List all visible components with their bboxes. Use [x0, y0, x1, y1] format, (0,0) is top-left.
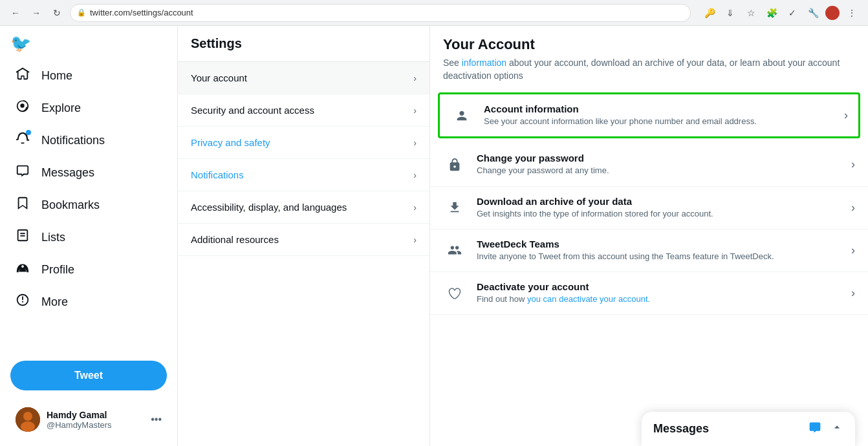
settings-item-privacy[interactable]: Privacy and safety ›	[178, 127, 429, 159]
deactivate-title: Deactivate your account	[477, 281, 841, 292]
profile-avatar-browser[interactable]	[825, 6, 840, 20]
content-subtitle: See information about your account, down…	[443, 57, 855, 82]
sidebar-item-notifications[interactable]: Notifications	[5, 125, 172, 156]
svg-point-1	[23, 412, 32, 421]
chevron-right-account-info: ›	[844, 109, 848, 122]
url-text: twitter.com/settings/account	[90, 8, 193, 17]
settings-title: Settings	[191, 36, 242, 50]
forward-button[interactable]: →	[28, 5, 44, 21]
chevron-right-icon-3: ›	[413, 170, 417, 180]
content-item-change-password[interactable]: Change your password Change your passwor…	[430, 143, 868, 186]
sidebar-item-lists[interactable]: Lists	[5, 222, 172, 253]
heart-broken-icon	[443, 282, 466, 305]
reload-button[interactable]: ↻	[49, 5, 65, 21]
browser-bar: ← → ↻ 🔒 twitter.com/settings/account 🔑 ⇓…	[0, 0, 868, 26]
avatar	[16, 407, 40, 432]
sidebar-item-more[interactable]: More	[5, 286, 172, 317]
key-icon[interactable]: 🔑	[701, 5, 718, 21]
back-button[interactable]: ←	[8, 5, 23, 21]
settings-item-security-label: Security and account access	[191, 105, 314, 116]
chevron-right-icon-0: ›	[413, 73, 417, 83]
home-label: Home	[41, 69, 72, 83]
download-browser-icon[interactable]: ⇓	[722, 5, 739, 21]
sidebar-item-home[interactable]: Home	[5, 60, 172, 91]
chevron-right-change-password: ›	[851, 158, 855, 171]
content-item-download-archive[interactable]: Download an archive of your data Get ins…	[430, 187, 868, 229]
sidebar-item-bookmarks[interactable]: Bookmarks	[5, 189, 172, 220]
messages-popup-label: Messages	[653, 422, 709, 436]
people-icon	[443, 239, 466, 262]
content-title: Your Account	[443, 36, 855, 53]
settings-item-accessibility-label: Accessibility, display, and languages	[191, 202, 347, 213]
sidebar-item-profile[interactable]: Profile	[5, 254, 172, 285]
settings-item-additional[interactable]: Additional resources ›	[178, 224, 429, 256]
settings-item-security[interactable]: Security and account access ›	[178, 94, 429, 127]
chevron-right-download: ›	[851, 201, 855, 215]
notification-dot	[26, 130, 31, 135]
lock-icon	[443, 153, 466, 176]
bird-icon: 🐦	[10, 34, 31, 53]
checkmark-icon[interactable]: ✓	[784, 5, 801, 21]
chevron-right-deactivate: ›	[851, 286, 855, 300]
settings-panel: Settings Your account › Security and acc…	[178, 26, 430, 446]
user-profile-row[interactable]: Hamdy Gamal @HamdyMasters •••	[5, 401, 172, 438]
bookmarks-icon	[16, 196, 30, 214]
expand-messages-icon[interactable]	[830, 421, 843, 437]
notifications-label: Notifications	[41, 134, 105, 147]
explore-icon	[16, 99, 30, 117]
download-icon	[443, 196, 466, 219]
lists-label: Lists	[41, 231, 65, 244]
settings-item-additional-label: Additional resources	[191, 234, 279, 245]
settings-item-your-account[interactable]: Your account ›	[178, 62, 429, 94]
deactivate-text: Deactivate your account Find out how you…	[477, 281, 841, 305]
messages-popup-actions	[808, 421, 843, 437]
tweetdeck-title: TweetDeck Teams	[477, 239, 841, 250]
more-icon	[16, 293, 30, 311]
settings-item-accessibility[interactable]: Accessibility, display, and languages ›	[178, 191, 429, 224]
more-label: More	[41, 295, 68, 309]
twitter-logo[interactable]: 🐦	[0, 31, 177, 59]
address-bar[interactable]: 🔒 twitter.com/settings/account	[70, 4, 691, 22]
sidebar-item-messages[interactable]: Messages	[5, 157, 172, 188]
change-password-title: Change your password	[477, 153, 841, 164]
lock-icon: 🔒	[77, 8, 86, 17]
change-password-desc: Change your password at any time.	[477, 165, 841, 176]
chevron-right-icon-1: ›	[413, 105, 417, 116]
content-subtitle-link[interactable]: information	[462, 58, 506, 68]
menu-icon[interactable]: ⋮	[843, 5, 860, 21]
user-more-dots[interactable]: •••	[151, 414, 162, 425]
download-archive-text: Download an archive of your data Get ins…	[477, 196, 841, 220]
user-name: Hamdy Gamal	[47, 410, 144, 420]
star-icon[interactable]: ☆	[743, 5, 759, 21]
settings-header: Settings	[178, 26, 429, 62]
tweetdeck-text: TweetDeck Teams Invite anyone to Tweet f…	[477, 239, 841, 262]
content-item-deactivate[interactable]: Deactivate your account Find out how you…	[430, 272, 868, 315]
extension-icon[interactable]: 🧩	[763, 5, 780, 21]
user-handle: @HamdyMasters	[47, 420, 144, 430]
sidebar-nav: Home Explore Notifications Messag	[0, 59, 177, 353]
settings-item-your-account-label: Your account	[191, 72, 247, 83]
notifications-icon	[16, 131, 30, 149]
explore-label: Explore	[41, 101, 81, 115]
download-archive-desc: Get insights into the type of informatio…	[477, 208, 841, 220]
messages-label: Messages	[41, 166, 94, 180]
tweet-button[interactable]: Tweet	[10, 361, 167, 390]
sidebar-item-explore[interactable]: Explore	[5, 92, 172, 123]
profile-icon	[16, 260, 30, 279]
settings-item-notifications[interactable]: Notifications ›	[178, 159, 429, 191]
content-header: Your Account See information about your …	[430, 26, 868, 87]
messages-icon	[16, 164, 30, 182]
chevron-right-icon-4: ›	[413, 202, 417, 213]
content-item-account-information[interactable]: Account information See your account inf…	[438, 92, 860, 138]
puzzle-icon[interactable]: 🔧	[805, 5, 821, 21]
compose-message-icon[interactable]	[808, 421, 821, 437]
svg-point-2	[21, 421, 35, 432]
download-archive-title: Download an archive of your data	[477, 196, 841, 207]
sidebar: 🐦 Home Explore Notifications	[0, 26, 178, 446]
chevron-right-tweetdeck: ›	[851, 244, 855, 257]
tweetdeck-desc: Invite anyone to Tweet from this account…	[477, 251, 841, 262]
profile-label: Profile	[41, 263, 74, 277]
chevron-right-icon-5: ›	[413, 235, 417, 245]
content-item-tweetdeck[interactable]: TweetDeck Teams Invite anyone to Tweet f…	[430, 229, 868, 272]
deactivate-link[interactable]: you can deactivate your account.	[527, 294, 650, 304]
